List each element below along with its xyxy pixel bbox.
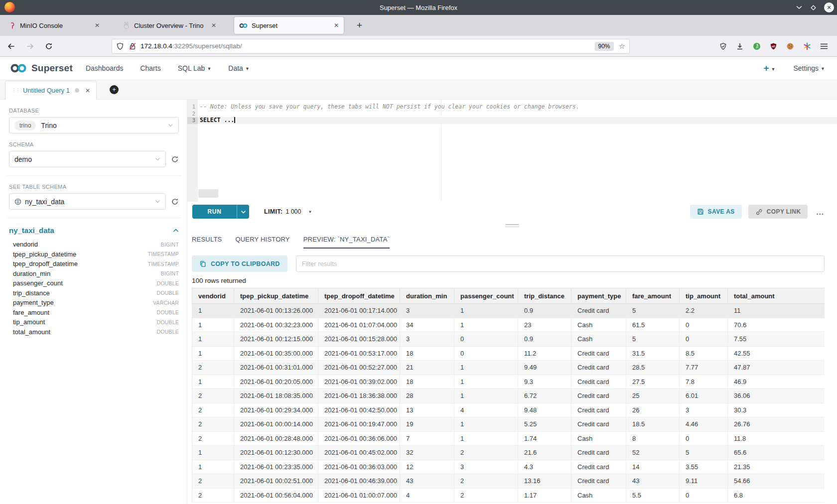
table-cell: 2021-06-01 00:29:34.000: [234, 403, 318, 417]
table-row[interactable]: 22021-06-01 00:31:01.0002021-06-01 00:52…: [192, 361, 825, 375]
table-row[interactable]: 12021-06-01 00:32:23.0002021-06-01 01:07…: [192, 318, 825, 332]
column-header[interactable]: tip_amount: [680, 288, 728, 304]
pane-divider[interactable]: [187, 222, 837, 231]
table-row[interactable]: 12021-06-01 00:35:00.0002021-06-01 00:53…: [192, 346, 825, 361]
table-cell: 3: [400, 332, 454, 347]
drag-handle-icon[interactable]: ⋮⋮: [11, 88, 19, 93]
back-icon[interactable]: [7, 42, 15, 50]
table-cell: Credit card: [571, 346, 626, 361]
cookie-icon[interactable]: [786, 42, 794, 50]
table-schema-title[interactable]: ny_taxi_data: [9, 226, 173, 235]
table-cell: 2: [192, 403, 234, 417]
table-row[interactable]: 22021-06-01 00:56:04.0002021-06-01 01:00…: [192, 488, 825, 503]
table-row[interactable]: 12021-06-01 00:12:30.0002021-06-01 00:45…: [192, 446, 825, 460]
column-header[interactable]: trip_distance: [518, 288, 571, 304]
editor-hscrollbar[interactable]: [198, 189, 218, 198]
pocket-shield-icon[interactable]: [719, 42, 727, 50]
database-select[interactable]: trino Trino: [9, 117, 179, 133]
window-title: Superset — Mozilla Firefox: [0, 4, 837, 11]
table-cell: 9.49: [518, 361, 571, 375]
copy-to-clipboard-button[interactable]: COPY TO CLIPBOARD: [192, 255, 287, 272]
new-tab-button[interactable]: +: [353, 17, 366, 34]
column-header[interactable]: vendorid: [192, 288, 234, 304]
copy-link-button[interactable]: COPY LINK: [748, 205, 808, 219]
table-row[interactable]: 12021-06-01 00:20:05.0002021-06-01 00:39…: [192, 375, 825, 389]
tab-preview-ny-taxi-data[interactable]: PREVIEW: `NY_TAXI_DATA`: [303, 231, 390, 249]
table-row[interactable]: 12021-06-01 00:12:15.0002021-06-01 00:15…: [192, 332, 825, 347]
refresh-schema-icon[interactable]: [171, 155, 179, 163]
limit-control[interactable]: LIMIT: 1 000 ▼: [264, 208, 312, 215]
tab-close-icon[interactable]: ✕: [95, 22, 100, 29]
query-tab-close-icon[interactable]: ✕: [85, 87, 90, 94]
column-header[interactable]: payment_type: [571, 288, 626, 304]
more-options-button[interactable]: ...: [814, 208, 826, 216]
table-row[interactable]: 22021-06-01 18:08:35.0002021-06-01 18:36…: [192, 389, 825, 403]
table-row[interactable]: 12021-06-01 00:13:26.0002021-06-01 00:17…: [192, 304, 825, 318]
table-cell: 14: [626, 460, 680, 474]
tab-results[interactable]: RESULTS: [192, 231, 222, 249]
window-close-icon[interactable]: ✕: [824, 2, 834, 12]
collapse-chevron-icon[interactable]: [173, 229, 179, 233]
table-cell: 1: [454, 417, 518, 432]
refresh-table-icon[interactable]: [171, 198, 179, 206]
downloads-icon[interactable]: [736, 42, 744, 50]
chevron-down-icon: [155, 200, 160, 203]
table-row[interactable]: 22021-06-01 00:02:51.0002021-06-01 00:46…: [192, 474, 825, 489]
run-options-caret[interactable]: [237, 205, 249, 219]
pane-drag-handle-icon[interactable]: [505, 224, 519, 229]
sql-editor[interactable]: 1 -- Note: Unless you save your query, t…: [187, 100, 837, 202]
column-header[interactable]: tpep_dropoff_datetime: [318, 288, 400, 304]
browser-tab-trino[interactable]: Cluster Overview - Trino ✕: [118, 17, 221, 34]
add-query-tab-button[interactable]: +: [110, 85, 119, 94]
column-header[interactable]: passenger_count: [454, 288, 518, 304]
column-header[interactable]: fare_amount: [626, 288, 680, 304]
bookmark-star-icon[interactable]: ☆: [619, 42, 625, 51]
menu-hamburger-icon[interactable]: [820, 43, 828, 50]
forward-icon[interactable]: [26, 42, 34, 50]
tab-query-history[interactable]: QUERY HISTORY: [235, 231, 289, 249]
browser-tab-minio[interactable]: MinIO Console ✕: [4, 17, 105, 34]
table-select[interactable]: ny_taxi_data: [9, 193, 166, 210]
table-row[interactable]: 22021-06-01 00:29:34.0002021-06-01 00:42…: [192, 403, 825, 417]
shield-icon[interactable]: [116, 42, 124, 50]
table-row[interactable]: 22021-06-01 00:00:14.0002021-06-01 00:19…: [192, 417, 825, 432]
caret-down-icon: ▼: [245, 66, 250, 71]
zoom-level-badge[interactable]: 90%: [595, 42, 614, 51]
tab-close-icon[interactable]: ✕: [211, 22, 216, 29]
reload-icon[interactable]: [45, 42, 53, 50]
table-cell: 26.76: [728, 417, 825, 432]
table-row[interactable]: 22021-06-01 00:28:48.0002021-06-01 00:36…: [192, 431, 825, 446]
table-row[interactable]: 12021-06-01 00:23:35.0002021-06-01 00:36…: [192, 460, 825, 474]
url-bar[interactable]: 172.18.0.4:32295/superset/sqllab/ 90% ☆: [112, 39, 630, 54]
nav-item-charts[interactable]: Charts: [140, 64, 160, 72]
filter-results-input[interactable]: [296, 255, 825, 272]
table-cell: 47.87: [728, 361, 825, 375]
table-cell: 2: [192, 431, 234, 446]
run-button[interactable]: RUN: [192, 205, 249, 219]
nav-item-data[interactable]: Data▼: [228, 64, 250, 72]
column-row: duration_minBIGINT: [9, 269, 179, 279]
table-cell: 18.5: [626, 417, 680, 432]
caret-down-icon: ▼: [821, 66, 825, 71]
column-header[interactable]: tpep_pickup_datetime: [234, 288, 318, 304]
window-minimize-icon[interactable]: [796, 5, 803, 9]
add-new-button[interactable]: +▼: [763, 63, 775, 74]
settings-menu[interactable]: Settings▼: [793, 64, 825, 72]
table-cell: Credit card: [571, 375, 626, 389]
window-maximize-icon[interactable]: [810, 4, 817, 11]
extension-asterisk-icon[interactable]: [803, 42, 811, 50]
column-header[interactable]: total_amount: [728, 288, 825, 304]
extension-green-icon[interactable]: [753, 42, 761, 50]
lock-insecure-icon[interactable]: [129, 42, 137, 50]
tab-close-icon[interactable]: ✕: [334, 22, 339, 29]
column-header[interactable]: duration_min: [400, 288, 454, 304]
schema-select[interactable]: demo: [9, 151, 166, 167]
caret-down-icon: ▼: [771, 67, 776, 72]
ublock-icon[interactable]: uO: [770, 42, 777, 50]
browser-tab-superset[interactable]: Superset ✕: [234, 17, 344, 34]
nav-item-sql-lab[interactable]: SQL Lab▼: [178, 64, 212, 72]
superset-logo[interactable]: Superset: [9, 63, 73, 74]
nav-item-dashboards[interactable]: Dashboards: [86, 64, 124, 72]
query-tab-active[interactable]: ⋮⋮ Untitled Query 1 ✕: [5, 81, 97, 100]
save-as-button[interactable]: SAVE AS: [690, 205, 742, 219]
